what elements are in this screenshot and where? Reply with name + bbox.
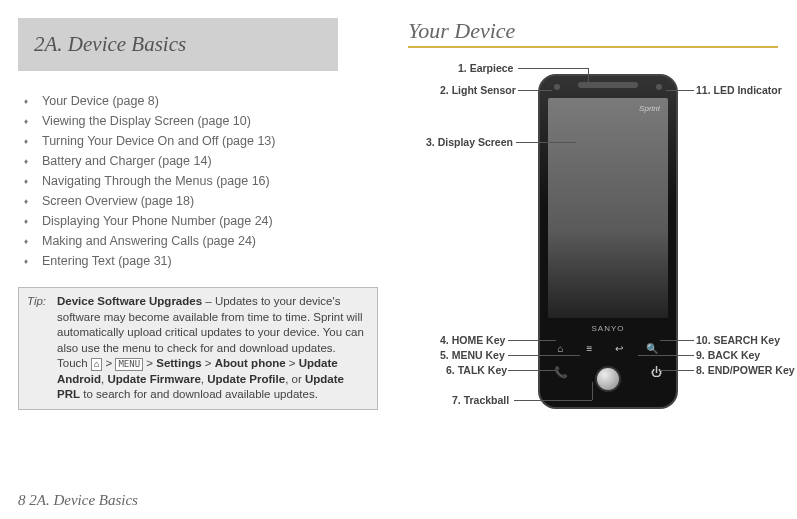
callout-line bbox=[518, 90, 552, 91]
talk-key-icon: 📞 bbox=[554, 366, 568, 392]
tip-box: Tip: Device Software Upgrades – Updates … bbox=[18, 287, 378, 410]
tip-sep: > bbox=[286, 357, 299, 369]
home-icon: ⌂ bbox=[91, 358, 102, 371]
callout-menu-key: 5. MENU Key bbox=[440, 349, 505, 361]
callout-line bbox=[518, 68, 588, 69]
phone-illustration: Sprint SANYO ⌂ ≡ ↩ 🔍 📞 ⏻ bbox=[538, 74, 678, 409]
callout-display-screen: 3. Display Screen bbox=[426, 136, 513, 148]
tip-text: , or bbox=[285, 373, 305, 385]
callout-end-power-key: 8. END/POWER Key bbox=[696, 364, 795, 376]
callout-line bbox=[588, 68, 589, 84]
home-key-icon: ⌂ bbox=[558, 343, 564, 354]
table-of-contents: Your Device (page 8) Viewing the Display… bbox=[18, 91, 378, 271]
toc-text: Navigating Through the Menus (page 16) bbox=[42, 174, 270, 188]
callout-line bbox=[660, 370, 694, 371]
earpiece-graphic bbox=[578, 82, 638, 88]
menu-icon: MENU bbox=[115, 358, 143, 371]
callout-light-sensor: 2. Light Sensor bbox=[440, 84, 516, 96]
toc-text: Displaying Your Phone Number (page 24) bbox=[42, 214, 273, 228]
search-key-icon: 🔍 bbox=[646, 343, 658, 354]
toc-item: Turning Your Device On and Off (page 13) bbox=[18, 131, 378, 151]
callout-talk-key: 6. TALK Key bbox=[446, 364, 507, 376]
menu-key-icon: ≡ bbox=[587, 343, 593, 354]
callout-search-key: 10. SEARCH Key bbox=[696, 334, 780, 346]
tip-bold: About phone bbox=[215, 357, 286, 369]
section-heading-tab: 2A. Device Basics bbox=[18, 18, 338, 71]
toc-item: Viewing the Display Screen (page 10) bbox=[18, 111, 378, 131]
toc-item: Your Device (page 8) bbox=[18, 91, 378, 111]
toc-text: Screen Overview (page 18) bbox=[42, 194, 194, 208]
callout-line bbox=[666, 90, 694, 91]
right-section-title: Your Device bbox=[408, 18, 778, 48]
light-sensor-graphic bbox=[554, 84, 560, 90]
callout-line bbox=[592, 382, 593, 400]
tip-sep: > bbox=[202, 357, 215, 369]
led-indicator-graphic bbox=[656, 84, 662, 90]
toc-text: Your Device (page 8) bbox=[42, 94, 159, 108]
back-key-icon: ↩ bbox=[615, 343, 623, 354]
callout-trackball: 7. Trackball bbox=[452, 394, 509, 406]
device-diagram: Sprint SANYO ⌂ ≡ ↩ 🔍 📞 ⏻ 1. Earpiece bbox=[408, 56, 778, 436]
display-screen-graphic: Sprint bbox=[548, 98, 668, 318]
callout-line bbox=[514, 400, 592, 401]
callout-line bbox=[516, 142, 576, 143]
callout-line bbox=[660, 340, 694, 341]
button-row-bottom: 📞 ⏻ bbox=[540, 366, 676, 392]
page-footer: 8 2A. Device Basics bbox=[18, 492, 138, 509]
callout-home-key: 4. HOME Key bbox=[440, 334, 505, 346]
toc-item: Battery and Charger (page 14) bbox=[18, 151, 378, 171]
callout-line bbox=[638, 355, 694, 356]
toc-item: Making and Answering Calls (page 24) bbox=[18, 231, 378, 251]
tip-lead-bold: Device Software Upgrades bbox=[57, 295, 202, 307]
section-title: 2A. Device Basics bbox=[34, 32, 186, 56]
carrier-logo: Sprint bbox=[639, 104, 660, 113]
toc-text: Battery and Charger (page 14) bbox=[42, 154, 212, 168]
toc-text: Viewing the Display Screen (page 10) bbox=[42, 114, 251, 128]
toc-item: Displaying Your Phone Number (page 24) bbox=[18, 211, 378, 231]
tip-sep: > bbox=[143, 357, 156, 369]
button-row-top: ⌂ ≡ ↩ 🔍 bbox=[540, 336, 676, 360]
callout-line bbox=[508, 370, 556, 371]
page-number: 8 bbox=[18, 492, 26, 508]
tip-label: Tip: bbox=[27, 294, 57, 403]
callout-back-key: 9. BACK Key bbox=[696, 349, 760, 361]
toc-text: Making and Answering Calls (page 24) bbox=[42, 234, 256, 248]
toc-text: Turning Your Device On and Off (page 13) bbox=[42, 134, 275, 148]
page-body: 2A. Device Basics Your Device (page 8) V… bbox=[0, 0, 797, 460]
callout-line bbox=[508, 355, 580, 356]
callout-line bbox=[508, 340, 556, 341]
left-column: 2A. Device Basics Your Device (page 8) V… bbox=[18, 18, 398, 460]
tip-bold: Update Firmware bbox=[107, 373, 200, 385]
toc-text: Entering Text (page 31) bbox=[42, 254, 172, 268]
toc-item: Screen Overview (page 18) bbox=[18, 191, 378, 211]
footer-section-ref: 2A. Device Basics bbox=[29, 492, 138, 508]
callout-earpiece: 1. Earpiece bbox=[458, 62, 513, 74]
tip-text: to search for and download available upd… bbox=[80, 388, 318, 400]
callout-led-indicator: 11. LED Indicator bbox=[696, 84, 782, 96]
right-column: Your Device Sprint SANYO ⌂ ≡ ↩ 🔍 📞 bbox=[398, 18, 779, 460]
tip-bold: Update Profile bbox=[207, 373, 285, 385]
tip-body: Device Software Upgrades – Updates to yo… bbox=[57, 294, 369, 403]
tip-sep: > bbox=[102, 357, 115, 369]
brand-label: SANYO bbox=[540, 324, 676, 333]
tip-bold: Settings bbox=[156, 357, 201, 369]
toc-item: Navigating Through the Menus (page 16) bbox=[18, 171, 378, 191]
toc-item: Entering Text (page 31) bbox=[18, 251, 378, 271]
